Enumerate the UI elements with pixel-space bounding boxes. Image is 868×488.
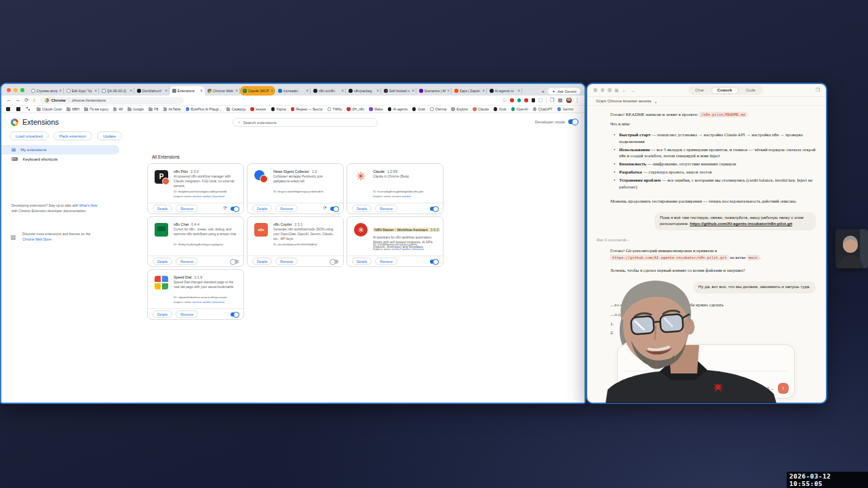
extension-red2-icon[interactable] — [524, 98, 528, 102]
tab-close-icon[interactable]: × — [412, 89, 414, 94]
bookmark-item[interactable]: ChatGPT — [533, 107, 553, 111]
load-unpacked-button[interactable]: Load unpacked — [9, 131, 49, 140]
browser-tab[interactable]: Extensions × — [170, 86, 205, 96]
details-button[interactable]: Details — [252, 205, 272, 212]
extension-dark-icon[interactable] — [532, 98, 536, 102]
details-button[interactable]: Details — [352, 258, 372, 265]
reload-icon[interactable]: ⟳ — [24, 98, 28, 103]
whats-new-link[interactable]: What's New — [79, 203, 98, 207]
tool-use-summary[interactable]: Ran 3 commands › — [597, 237, 816, 243]
bookmark-item[interactable]: AI-agents — [388, 107, 408, 111]
reload-extension-icon[interactable]: ⟳ — [224, 206, 227, 211]
tab-close-icon[interactable]: × — [271, 89, 273, 94]
bookmark-item[interactable]: OpenAI — [511, 107, 528, 111]
bookmark-item[interactable]: Explore — [451, 107, 468, 111]
history-forward-icon[interactable]: → — [630, 88, 635, 93]
update-button[interactable]: Update — [97, 131, 122, 140]
remove-button[interactable]: Remove — [275, 258, 298, 265]
bookmark-item[interactable] — [26, 107, 32, 111]
tab-chat[interactable]: Chat — [689, 87, 710, 94]
browser-tab[interactable]: Edit Курс "Ку × — [64, 86, 99, 96]
history-back-icon[interactable]: ← — [622, 88, 627, 93]
bookmark-item[interactable]: keeper — [250, 107, 266, 111]
sidebar-toggle-icon[interactable]: ⊞ — [615, 88, 619, 93]
details-button[interactable]: Details — [153, 310, 172, 318]
bookmark-star-icon[interactable]: ☆ — [502, 98, 507, 103]
bookmark-item[interactable]: Wf — [113, 107, 123, 111]
close-window-button[interactable] — [593, 88, 597, 92]
bookmark-item[interactable]: Google — [127, 107, 144, 111]
ask-gemini-button[interactable]: ✦ Ask Gemini — [548, 88, 580, 94]
window-controls[interactable] — [4, 88, 28, 96]
bookmark-item[interactable]: Figma — [271, 107, 286, 111]
browser-access-banner[interactable]: Grant Chrome browser access ⌄ — [587, 97, 826, 106]
bookmark-item[interactable]: Make — [369, 107, 382, 111]
tab-close-icon[interactable]: × — [165, 89, 167, 94]
home-icon[interactable]: ⌂ — [33, 98, 36, 103]
tab-close-icon[interactable]: × — [447, 89, 450, 94]
tab-code[interactable]: Code — [740, 87, 762, 94]
sidebar-item-keyboard-shortcuts[interactable]: ⌨ Keyboard shortcuts — [1, 155, 119, 164]
maximize-window-button[interactable] — [20, 88, 24, 92]
bookmark-item[interactable]: Grab — [412, 107, 425, 111]
tab-close-icon[interactable]: × — [94, 89, 97, 94]
tab-close-icon[interactable]: × — [341, 89, 344, 94]
developer-mode-toggle[interactable] — [568, 119, 578, 124]
browser-tab[interactable]: Self-hosted n × — [381, 86, 416, 96]
bookmark-item[interactable]: BytePlus AI Playgr... — [186, 107, 222, 111]
details-button[interactable]: Details — [153, 258, 172, 265]
remove-button[interactable]: Remove — [375, 205, 397, 212]
browser-tab[interactable]: Scenarios | M × — [416, 86, 452, 96]
bookmark-item[interactable]: FB — [149, 107, 158, 111]
details-button[interactable]: Details — [252, 258, 272, 265]
extensions-menu-icon[interactable]: ▦ — [557, 98, 562, 103]
service-worker-link[interactable]: service worker (inactive) — [392, 247, 424, 251]
browser-tab[interactable]: AI-agents-in × — [487, 86, 522, 96]
browser-tab[interactable]: n8n-io/n8n × — [311, 86, 346, 96]
browser-tab[interactable]: Inoreader × — [275, 86, 311, 96]
tab-close-icon[interactable]: × — [130, 89, 132, 94]
bookmark-item[interactable] — [16, 107, 22, 111]
extension-enable-toggle[interactable] — [430, 260, 438, 264]
minimize-window-button[interactable] — [601, 88, 605, 92]
profile-avatar[interactable] — [566, 98, 572, 103]
maximize-window-button[interactable] — [608, 88, 612, 92]
tab-close-icon[interactable]: × — [235, 89, 238, 94]
remove-button[interactable]: Remove — [375, 258, 397, 265]
back-icon[interactable]: ← — [6, 98, 12, 103]
bookmark-item[interactable] — [6, 107, 12, 111]
extension-red-icon[interactable] — [510, 98, 514, 102]
extension-enable-toggle[interactable] — [330, 260, 338, 264]
tab-close-icon[interactable]: × — [482, 89, 485, 94]
bookmark-item[interactable]: SH_n8n — [347, 107, 364, 111]
browser-tab[interactable]: Claude (MCP) × — [240, 86, 275, 96]
address-bar[interactable]: Chrome chrome://extensions — [40, 97, 184, 104]
service-worker-link[interactable]: service worker (inactive) — [193, 195, 224, 198]
minimize-window-button[interactable] — [14, 88, 18, 92]
remove-button[interactable]: Remove — [176, 258, 198, 265]
bookmark-item[interactable]: Grok — [494, 107, 507, 111]
bookmark-item[interactable]: TWilly — [328, 107, 342, 111]
menu-kebab-icon[interactable]: ⋮ — [575, 98, 580, 103]
browser-tab[interactable]: Zaps | Zapier × — [452, 86, 487, 96]
extension-enable-toggle[interactable] — [330, 207, 338, 211]
bookmark-item[interactable]: Claude — [473, 107, 489, 111]
tab-close-icon[interactable]: × — [376, 89, 379, 94]
chrome-web-store-link[interactable]: Chrome Web Store — [22, 237, 52, 241]
search-extensions-input[interactable]: ⌕ Search extensions — [233, 118, 378, 127]
share-icon[interactable]: ❐ — [550, 98, 555, 103]
bookmark-item[interactable]: По вж курсу — [84, 107, 108, 111]
service-worker-link[interactable]: service worker — [392, 195, 411, 198]
browser-tab[interactable]: QA-09-03-2( × — [99, 86, 134, 96]
browser-tab[interactable]: n8n/packag × — [346, 86, 381, 96]
pack-extension-button[interactable]: Pack extension — [54, 131, 92, 140]
extension-enable-toggle[interactable] — [231, 207, 239, 211]
close-window-button[interactable] — [7, 88, 11, 92]
tab-close-icon[interactable]: × — [306, 89, 309, 94]
tab-cowork[interactable]: Cowork — [711, 87, 738, 94]
details-button[interactable]: Details — [153, 205, 172, 212]
sidebar-item-my-extensions[interactable]: ▤ My extensions — [1, 145, 119, 155]
bookmark-item[interactable]: Claude Code — [37, 107, 62, 111]
bookmark-item[interactable]: Яндекс — Быстр — [291, 107, 323, 111]
browser-tab[interactable]: Chrome Web × — [205, 86, 240, 96]
